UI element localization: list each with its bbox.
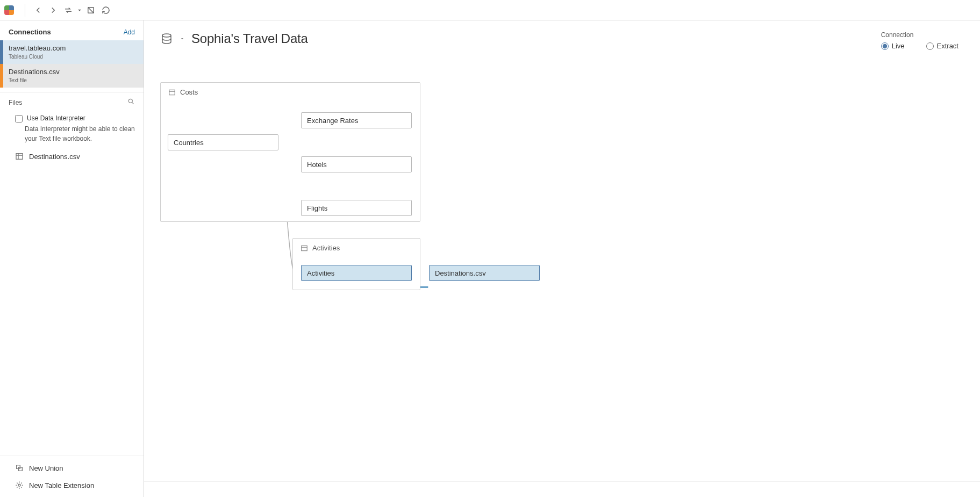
table-destinations-label: Destinations.csv (435, 269, 486, 277)
svg-rect-7 (169, 90, 175, 95)
sidebar-spacer (0, 164, 144, 456)
autoupdate-button[interactable] (83, 3, 98, 18)
use-data-interpreter-label: Use Data Interpreter (27, 114, 85, 122)
swap-icon (63, 5, 73, 15)
table-exchange-rates[interactable]: Exchange Rates (301, 112, 412, 128)
group-costs-header: Costs (161, 83, 420, 96)
forward-arrow-icon (48, 5, 58, 15)
group-activities-header: Activities (293, 239, 420, 252)
connection-mode-extract[interactable]: Extract (926, 42, 958, 50)
connections-title: Connections (9, 28, 51, 36)
union-icon (15, 464, 24, 472)
new-union-button[interactable]: New Union (0, 459, 144, 477)
radio-extract-label: Extract (937, 42, 958, 50)
caret-down-icon (76, 5, 83, 15)
canvas: Sophia's Travel Data Connection Live Ext… (144, 20, 980, 497)
files-title: Files (9, 99, 22, 106)
table-extension-icon (15, 481, 24, 489)
connections-header: Connections Add (0, 20, 144, 40)
search-icon (127, 98, 135, 105)
table-destinations[interactable]: Destinations.csv (429, 265, 540, 281)
connection-mode-label: Connection (881, 31, 958, 39)
group-activities[interactable]: Activities (292, 238, 420, 290)
table-countries[interactable]: Countries (168, 134, 278, 150)
group-activities-label: Activities (312, 244, 340, 252)
search-button[interactable] (127, 98, 135, 107)
group-icon (301, 244, 308, 252)
radio-extract[interactable] (926, 42, 934, 50)
back-arrow-icon (33, 5, 43, 15)
connection-item-subtitle: Text file (9, 77, 135, 84)
table-icon (15, 152, 24, 161)
table-flights[interactable]: Flights (301, 200, 412, 216)
table-hotels[interactable]: Hotels (301, 156, 412, 172)
new-union-label: New Union (29, 464, 63, 472)
table-flights-label: Flights (307, 204, 327, 212)
connection-mode-radios: Live Extract (881, 42, 958, 50)
table-countries-label: Countries (174, 139, 204, 147)
connection-item-name: travel.tableau.com (9, 44, 135, 53)
new-table-extension-label: New Table Extension (29, 481, 94, 489)
relationship-canvas[interactable]: Costs Countries Exchange Rates Hotels Fl… (160, 82, 964, 486)
table-exchange-rates-label: Exchange Rates (307, 117, 358, 125)
connections-list: travel.tableau.com Tableau Cloud Destina… (0, 40, 144, 88)
use-data-interpreter[interactable]: Use Data Interpreter (0, 111, 144, 125)
connection-mode-live[interactable]: Live (881, 42, 905, 50)
connection-item-subtitle: Tableau Cloud (9, 53, 135, 61)
sidebar-footer: New Union New Table Extension (0, 456, 144, 497)
connection-item-secondary[interactable]: Destinations.csv Text file (0, 64, 144, 88)
datasource-header: Sophia's Travel Data (160, 31, 964, 46)
files-header: Files (0, 98, 144, 111)
caret-down-icon[interactable] (180, 36, 185, 41)
main: Connections Add travel.tableau.com Table… (0, 20, 980, 497)
svg-point-1 (128, 99, 132, 103)
svg-point-6 (162, 34, 171, 37)
statusbar (144, 481, 980, 497)
connection-item-primary[interactable]: travel.tableau.com Tableau Cloud (0, 40, 144, 64)
tableau-logo (4, 5, 14, 15)
table-activities-label: Activities (307, 269, 334, 277)
sidebar: Connections Add travel.tableau.com Table… (0, 20, 144, 497)
connection-mode: Connection Live Extract (881, 31, 958, 50)
data-interpreter-description: Data Interpreter might be able to clean … (0, 125, 144, 149)
connection-item-name: Destinations.csv (9, 67, 135, 77)
new-table-extension-button[interactable]: New Table Extension (0, 477, 144, 494)
files-section: Files Use Data Interpreter Data Interpre… (0, 92, 144, 164)
back-button[interactable] (31, 3, 46, 18)
file-item-name: Destinations.csv (29, 153, 80, 161)
datasource-icon[interactable] (160, 32, 173, 45)
radio-live-label: Live (892, 42, 905, 50)
table-hotels-label: Hotels (307, 161, 327, 169)
toolbar (0, 0, 980, 20)
add-connection-button[interactable]: Add (124, 28, 135, 36)
group-icon (168, 89, 176, 96)
dropdown-caret[interactable] (76, 3, 83, 18)
svg-point-5 (18, 484, 20, 486)
group-costs-label: Costs (180, 88, 198, 96)
forward-button[interactable] (46, 3, 61, 18)
svg-rect-2 (16, 154, 23, 160)
refresh-button[interactable] (98, 3, 113, 18)
use-data-interpreter-checkbox[interactable] (15, 115, 23, 123)
autoupdate-icon (86, 5, 96, 15)
table-activities[interactable]: Activities (301, 265, 412, 281)
divider (25, 4, 25, 17)
swap-button[interactable] (61, 3, 76, 18)
file-item[interactable]: Destinations.csv (0, 149, 144, 164)
svg-rect-8 (302, 246, 307, 250)
radio-live[interactable] (881, 42, 889, 50)
datasource-title[interactable]: Sophia's Travel Data (191, 31, 308, 46)
refresh-icon (101, 5, 111, 15)
